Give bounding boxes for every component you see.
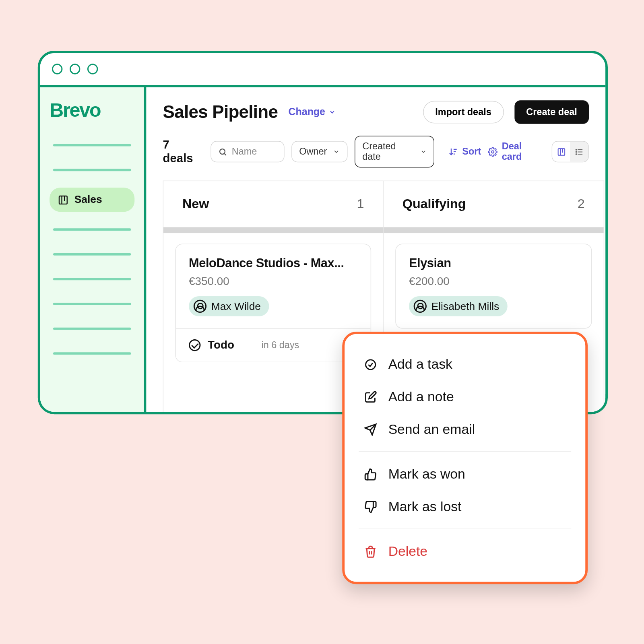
person-icon xyxy=(414,300,427,313)
change-pipeline-link[interactable]: Change xyxy=(289,106,336,118)
check-circle-icon xyxy=(363,357,378,372)
view-toggle xyxy=(552,141,589,162)
menu-add-note[interactable]: Add a note xyxy=(345,381,585,413)
created-date-label: Created date xyxy=(362,141,414,162)
deal-card[interactable]: Elysian €200.00 Elisabeth Mills xyxy=(395,244,592,328)
owner-name: Max Wilde xyxy=(211,300,261,312)
window-close-icon[interactable] xyxy=(52,64,62,74)
column-count: 1 xyxy=(357,196,364,212)
svg-point-3 xyxy=(220,149,225,154)
sort-button[interactable]: Sort xyxy=(449,147,481,157)
view-list-button[interactable] xyxy=(570,142,588,162)
deal-amount: €200.00 xyxy=(409,275,578,288)
menu-label: Mark as won xyxy=(388,466,465,482)
list-icon xyxy=(575,147,584,156)
owner-chip[interactable]: Max Wilde xyxy=(189,296,269,316)
menu-separator xyxy=(359,529,571,529)
nav-item-stub[interactable] xyxy=(53,303,131,305)
trash-icon xyxy=(363,544,378,558)
sort-label: Sort xyxy=(462,147,481,157)
svg-rect-10 xyxy=(558,149,564,155)
brand-logo: Brevo xyxy=(50,99,134,122)
menu-label: Add a note xyxy=(388,389,454,405)
column-divider xyxy=(163,227,383,233)
deal-context-menu: Add a task Add a note Send an email Mark… xyxy=(342,332,588,584)
sidebar-item-label: Sales xyxy=(74,194,102,206)
menu-label: Delete xyxy=(388,543,427,559)
menu-add-task[interactable]: Add a task xyxy=(345,348,585,381)
svg-point-17 xyxy=(576,151,577,152)
view-kanban-button[interactable] xyxy=(552,142,570,162)
task-label: Todo xyxy=(208,339,234,351)
menu-delete[interactable]: Delete xyxy=(345,535,585,568)
nav-item-stub[interactable] xyxy=(53,352,131,355)
task-due: in 6 days xyxy=(261,340,299,350)
menu-mark-lost[interactable]: Mark as lost xyxy=(345,490,585,523)
menu-label: Add a task xyxy=(388,356,452,372)
nav-item-stub[interactable] xyxy=(53,328,131,330)
send-icon xyxy=(363,422,378,436)
chevron-down-icon xyxy=(329,109,336,116)
change-label: Change xyxy=(289,106,325,118)
nav-item-stub[interactable] xyxy=(53,253,131,256)
deal-card-label: Deal card xyxy=(502,141,542,162)
sidebar-item-sales[interactable]: Sales xyxy=(50,188,134,212)
search-input[interactable]: Name xyxy=(211,141,285,162)
owner-name: Elisabeth Mills xyxy=(431,300,500,312)
note-icon xyxy=(363,390,378,404)
chevron-down-icon xyxy=(420,148,427,155)
nav-item-stub[interactable] xyxy=(53,278,131,280)
thumbs-up-icon xyxy=(363,467,378,481)
check-circle-icon xyxy=(189,339,200,351)
deal-card[interactable]: MeloDance Studios - Max... €350.00 Max W… xyxy=(175,244,371,362)
window-maximize-icon[interactable] xyxy=(87,64,98,74)
menu-label: Send an email xyxy=(388,421,475,438)
column-count: 2 xyxy=(578,196,585,212)
owner-filter-label: Owner xyxy=(299,147,327,157)
sidebar: Brevo Sales xyxy=(40,87,147,412)
nav-item-stub[interactable] xyxy=(53,144,131,147)
deal-title: Elysian xyxy=(409,256,578,270)
column-title: New xyxy=(182,196,209,212)
nav-item-stub[interactable] xyxy=(53,228,131,231)
search-placeholder: Name xyxy=(232,147,257,157)
menu-send-email[interactable]: Send an email xyxy=(345,413,585,446)
kanban-icon xyxy=(58,194,68,205)
column-title: Qualifying xyxy=(402,196,466,212)
svg-point-9 xyxy=(492,151,494,153)
menu-separator xyxy=(359,451,571,452)
svg-rect-0 xyxy=(59,196,67,204)
svg-point-16 xyxy=(576,149,577,150)
menu-mark-won[interactable]: Mark as won xyxy=(345,458,585,491)
create-deal-button[interactable]: Create deal xyxy=(514,100,589,124)
created-date-filter[interactable]: Created date xyxy=(355,136,434,167)
title-bar xyxy=(40,53,605,87)
svg-line-4 xyxy=(224,153,226,155)
deal-count: 7 deals xyxy=(163,138,201,165)
import-deals-button[interactable]: Import deals xyxy=(423,101,504,124)
deal-title: MeloDance Studios - Max... xyxy=(189,256,357,270)
deal-card-settings-button[interactable]: Deal card xyxy=(488,141,542,162)
kanban-icon xyxy=(557,147,566,156)
window-minimize-icon[interactable] xyxy=(70,64,80,74)
gear-icon xyxy=(488,147,498,157)
page-title: Sales Pipeline xyxy=(163,102,278,122)
menu-label: Mark as lost xyxy=(388,499,462,515)
deal-amount: €350.00 xyxy=(189,275,357,288)
owner-chip[interactable]: Elisabeth Mills xyxy=(409,296,508,316)
search-icon xyxy=(218,147,227,156)
thumbs-down-icon xyxy=(363,500,378,514)
column-divider xyxy=(384,227,604,233)
svg-point-18 xyxy=(576,153,577,154)
person-icon xyxy=(194,300,206,313)
svg-point-19 xyxy=(366,359,376,369)
sort-icon xyxy=(449,147,458,156)
chevron-down-icon xyxy=(333,148,340,155)
owner-filter[interactable]: Owner xyxy=(291,141,347,162)
nav-item-stub[interactable] xyxy=(53,169,131,171)
